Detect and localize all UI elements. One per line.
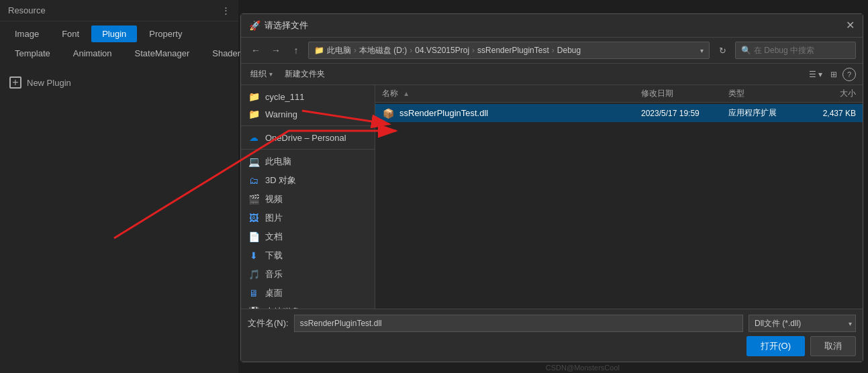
nav-item-video-label: 视频 bbox=[265, 193, 283, 205]
nav-item-desktop[interactable]: 🖥 桌面 bbox=[241, 284, 375, 303]
filename-label: 文件名(N): bbox=[248, 317, 289, 329]
dialog-content: 📁 cycle_111 📁 Warning ☁ OneDrive – Perso… bbox=[241, 85, 863, 309]
tab-plugin[interactable]: Plugin bbox=[91, 25, 137, 42]
dialog-titlebar: 🚀 请选择文件 ✕ bbox=[241, 14, 863, 38]
menu-dots[interactable]: ⋮ bbox=[222, 5, 230, 15]
nav-item-3dobjects[interactable]: 🗂 3D 对象 bbox=[241, 171, 375, 190]
resource-header: Resource ⋮ bbox=[0, 0, 238, 21]
forward-button[interactable]: → bbox=[268, 42, 284, 58]
resource-label: Resource bbox=[8, 5, 46, 15]
breadcrumb-item-3[interactable]: ssRenderPluginTest bbox=[477, 46, 549, 55]
search-input[interactable] bbox=[754, 46, 850, 55]
dialog-title-text: 请选择文件 bbox=[264, 19, 308, 32]
nav-item-thispc[interactable]: 💻 此电脑 bbox=[241, 152, 375, 171]
close-button[interactable]: ✕ bbox=[846, 20, 855, 31]
file-list-area: 名称 ▲ 修改日期 类型 大小 📦 ssRenderPluginTest.dll… bbox=[375, 85, 863, 309]
folder-icon: 📁 bbox=[248, 109, 260, 119]
tab-template[interactable]: Template bbox=[4, 45, 61, 62]
dll-file-icon: 📦 bbox=[382, 108, 394, 119]
music-icon: 🎵 bbox=[248, 269, 260, 280]
nav-item-thispc-label: 此电脑 bbox=[265, 156, 291, 168]
nav-item-pictures[interactable]: 🖼 图片 bbox=[241, 209, 375, 227]
dialog-toolbar: ← → ↑ 📁 此电脑 › 本地磁盘 (D:) › 04.VS2015Proj … bbox=[241, 38, 863, 64]
nav-item-music-label: 音乐 bbox=[265, 268, 283, 280]
pictures-icon: 🖼 bbox=[248, 213, 260, 223]
file-dialog: 🚀 请选择文件 ✕ ← → ↑ 📁 此电脑 › 本地磁盘 (D:) › 04.V… bbox=[240, 13, 863, 362]
nav-item-warning[interactable]: 📁 Warning bbox=[241, 105, 375, 123]
dialog-actionbar: 组织 ▾ 新建文件夹 ☰ ▾ ⊞ ? bbox=[241, 64, 863, 85]
breadcrumb-sep-1: › bbox=[409, 46, 412, 55]
file-date: 2023/5/17 19:59 bbox=[641, 109, 728, 118]
nav-item-diskc[interactable]: 💾 本地磁盘 (C:) bbox=[241, 303, 375, 309]
refresh-button[interactable]: ↻ bbox=[714, 42, 731, 59]
table-row[interactable]: 📦 ssRenderPluginTest.dll 2023/5/17 19:59… bbox=[375, 104, 863, 122]
nav-item-video[interactable]: 🎬 视频 bbox=[241, 190, 375, 209]
col-date-header[interactable]: 修改日期 bbox=[641, 88, 728, 99]
nav-item-warning-label: Warning bbox=[265, 109, 297, 119]
sort-icon: ▲ bbox=[403, 90, 409, 97]
new-plugin-label: New Plugin bbox=[27, 78, 71, 88]
nav-item-music[interactable]: 🎵 音乐 bbox=[241, 265, 375, 284]
view-toggle-button[interactable]: ☰ ▾ bbox=[806, 68, 825, 81]
filetype-select[interactable]: Dll文件 (*.dll)所有文件 (*.*) bbox=[749, 315, 856, 332]
back-button[interactable]: ← bbox=[248, 42, 264, 58]
breadcrumb-item-0[interactable]: 此电脑 bbox=[327, 45, 351, 56]
col-size-header[interactable]: 大小 bbox=[802, 88, 856, 99]
col-name-header[interactable]: 名称 ▲ bbox=[382, 88, 641, 99]
nav-item-pictures-label: 图片 bbox=[265, 212, 283, 224]
organize-dropdown-icon: ▾ bbox=[269, 70, 273, 78]
filename-input[interactable] bbox=[294, 315, 743, 332]
nav-item-cycle111[interactable]: 📁 cycle_111 bbox=[241, 88, 375, 105]
breadcrumb-sep-3: › bbox=[552, 46, 554, 55]
col-type-header[interactable]: 类型 bbox=[728, 88, 802, 99]
nav-item-docs-label: 文档 bbox=[265, 231, 283, 243]
video-icon: 🎬 bbox=[248, 194, 260, 205]
preview-button[interactable]: ⊞ bbox=[828, 68, 840, 81]
organize-label: 组织 bbox=[250, 68, 267, 80]
desktop-icon: 🖥 bbox=[248, 288, 260, 299]
tab-property[interactable]: Property bbox=[138, 25, 193, 42]
nav-item-docs[interactable]: 📄 文档 bbox=[241, 227, 375, 246]
buttons-row: 打开(O) 取消 bbox=[248, 336, 856, 356]
file-name: ssRenderPluginTest.dll bbox=[399, 108, 641, 118]
dialog-bottom: 文件名(N): Dll文件 (*.dll)所有文件 (*.*) ▾ 打开(O) … bbox=[241, 309, 863, 362]
nav-item-onedrive[interactable]: ☁ OneDrive – Personal bbox=[241, 129, 375, 146]
help-button[interactable]: ? bbox=[842, 68, 856, 81]
dialog-title: 🚀 请选择文件 bbox=[249, 19, 308, 32]
new-plugin-button[interactable]: + New Plugin bbox=[0, 68, 238, 97]
filename-row: 文件名(N): Dll文件 (*.dll)所有文件 (*.*) ▾ bbox=[248, 315, 856, 332]
breadcrumb-sep-2: › bbox=[472, 46, 475, 55]
objects3d-icon: 🗂 bbox=[248, 175, 260, 186]
file-type: 应用程序扩展 bbox=[728, 107, 802, 119]
organize-button[interactable]: 组织 ▾ bbox=[248, 67, 275, 81]
nav-divider-2 bbox=[241, 149, 375, 150]
pc-icon: 💻 bbox=[248, 156, 260, 167]
open-button[interactable]: 打开(O) bbox=[746, 336, 805, 356]
rocket-icon: 🚀 bbox=[249, 20, 260, 31]
nav-item-desktop-label: 桌面 bbox=[265, 287, 283, 299]
view-buttons: ☰ ▾ ⊞ ? bbox=[806, 68, 856, 81]
nav-item-onedrive-label: OneDrive – Personal bbox=[265, 133, 346, 143]
nav-item-downloads[interactable]: ⬇ 下载 bbox=[241, 246, 375, 265]
watermark: CSDN@MonstersCool bbox=[546, 364, 620, 372]
search-icon: 🔍 bbox=[741, 46, 751, 55]
plus-icon: + bbox=[9, 76, 21, 89]
tab-image[interactable]: Image bbox=[4, 25, 50, 42]
downloads-icon: ⬇ bbox=[248, 250, 260, 261]
breadcrumb-item-1[interactable]: 本地磁盘 (D:) bbox=[359, 45, 407, 56]
tab-font[interactable]: Font bbox=[51, 25, 90, 42]
breadcrumb-dropdown-icon[interactable]: ▾ bbox=[700, 47, 704, 54]
cancel-button[interactable]: 取消 bbox=[810, 336, 856, 356]
nav-item-downloads-label: 下载 bbox=[265, 250, 283, 262]
tab-statemanager[interactable]: StateManager bbox=[124, 45, 201, 62]
up-button[interactable]: ↑ bbox=[288, 42, 304, 58]
breadcrumb[interactable]: 📁 此电脑 › 本地磁盘 (D:) › 04.VS2015Proj › ssRe… bbox=[308, 42, 710, 59]
breadcrumb-item-4[interactable]: Debug bbox=[557, 46, 581, 55]
tab-animation[interactable]: Animation bbox=[62, 45, 123, 62]
search-box[interactable]: 🔍 bbox=[735, 42, 856, 59]
breadcrumb-item-2[interactable]: 04.VS2015Proj bbox=[415, 46, 469, 55]
left-panel: Resource ⋮ Image Font Plugin Property Te… bbox=[0, 0, 238, 373]
new-folder-button[interactable]: 新建文件夹 bbox=[282, 67, 328, 81]
left-nav: 📁 cycle_111 📁 Warning ☁ OneDrive – Perso… bbox=[241, 85, 375, 309]
file-list: 📦 ssRenderPluginTest.dll 2023/5/17 19:59… bbox=[375, 103, 863, 309]
